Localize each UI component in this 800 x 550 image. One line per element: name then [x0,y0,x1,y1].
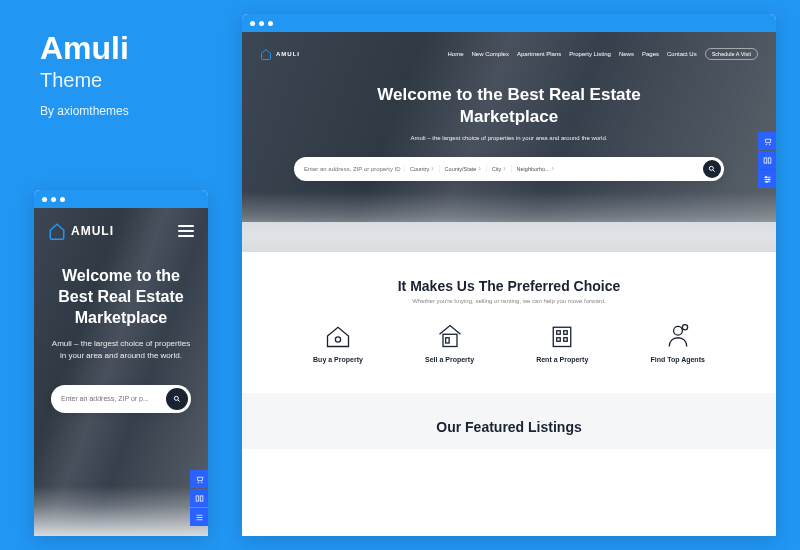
compare-icon [195,494,204,503]
section-title: Our Featured Listings [262,419,756,435]
side-tab-settings[interactable] [190,508,208,526]
search-button-mobile[interactable] [166,388,188,410]
house-logo-icon [48,222,66,240]
svg-point-3 [769,144,770,145]
side-action-tabs [758,132,776,188]
city-select[interactable]: City [486,165,511,172]
svg-point-0 [709,166,713,170]
svg-point-21 [682,325,687,330]
feature-label: Buy a Property [313,356,363,363]
compare-icon [763,156,772,165]
features-row: Buy a Property Sell a Property Rent a Pr… [262,322,756,383]
svg-point-22 [174,396,178,400]
nav-item-property-listing[interactable]: Property Listing [569,51,611,57]
svg-point-2 [766,144,767,145]
state-select[interactable]: County/State [439,165,486,172]
svg-rect-18 [557,338,561,342]
side-tab-compare[interactable] [190,489,208,507]
neighborhood-select[interactable]: Neighborho... [511,165,559,172]
chrome-dot [259,21,264,26]
property-search-bar-mobile [51,385,191,413]
nav-item-home[interactable]: Home [448,51,464,57]
svg-point-25 [201,482,202,483]
feature-rent[interactable]: Rent a Property [536,322,588,363]
brand-text: AMULI [276,51,300,57]
agent-icon [664,322,692,350]
nav-item-pages[interactable]: Pages [642,51,659,57]
search-icon [173,395,181,403]
svg-rect-17 [564,331,568,335]
sliders-icon [195,513,204,522]
side-tab-settings[interactable] [758,170,776,188]
apartment-icon [548,322,576,350]
nav-item-apartment-plans[interactable]: Apartment Plans [517,51,561,57]
promo-author: By axiomthemes [40,104,129,118]
chrome-dot [42,197,47,202]
window-chrome-bar [34,190,208,208]
promo-title-block: Amuli Theme By axiomthemes [40,30,129,118]
svg-point-10 [768,178,770,180]
chrome-dot [250,21,255,26]
hero-section: AMULI Home New Complex Apartment Plans P… [242,32,776,222]
sliders-icon [763,175,772,184]
house-key-icon [324,322,352,350]
hero-title-mobile: Welcome to the Best Real Estate Marketpl… [46,266,196,328]
chrome-dot [60,197,65,202]
svg-rect-26 [196,495,199,500]
svg-rect-14 [445,338,449,343]
svg-point-11 [766,181,768,183]
search-button[interactable] [703,160,721,178]
preferred-choice-section: It Makes Us The Preferred Choice Whether… [242,252,776,393]
nav-item-new-complex[interactable]: New Complex [472,51,509,57]
svg-rect-27 [200,495,203,500]
svg-point-20 [673,326,682,335]
feature-agents[interactable]: Find Top Agents [650,322,704,363]
svg-rect-19 [564,338,568,342]
feature-sell[interactable]: Sell a Property [425,322,474,363]
svg-rect-4 [764,157,767,162]
hero-section-mobile: AMULI Welcome to the Best Real Estate Ma… [34,208,208,536]
search-input-mobile[interactable] [61,395,161,402]
chrome-dot [268,21,273,26]
hero-subtitle-mobile: Amuli – the largest choice of properties… [51,338,191,360]
section-lead: Whether you're buying, selling or rentin… [262,298,756,304]
search-icon [708,165,716,173]
svg-rect-15 [553,327,571,346]
property-search-bar: Country County/State City Neighborho... [294,157,724,181]
hero-title: Welcome to the Best Real Estate Marketpl… [329,84,689,128]
mobile-preview-window: AMULI Welcome to the Best Real Estate Ma… [34,190,208,536]
brand-logo[interactable]: AMULI [260,48,300,60]
promo-subtitle: Theme [40,69,129,92]
side-tab-cart[interactable] [758,132,776,150]
cart-icon [763,137,772,146]
section-title: It Makes Us The Preferred Choice [262,278,756,294]
svg-point-12 [335,337,340,342]
search-input[interactable] [304,166,404,172]
country-select[interactable]: Country [404,165,439,172]
nav-item-contact[interactable]: Contact Us [667,51,697,57]
window-chrome-bar [242,14,776,32]
desktop-preview-window: AMULI Home New Complex Apartment Plans P… [242,14,776,536]
nav-items: Home New Complex Apartment Plans Propert… [448,48,758,60]
promo-title: Amuli [40,30,129,67]
navbar: AMULI Home New Complex Apartment Plans P… [242,42,776,70]
svg-point-9 [765,176,767,178]
cart-icon [195,475,204,484]
brand-text: AMULI [71,224,114,238]
featured-listings-section: Our Featured Listings [242,393,776,449]
side-tab-cart[interactable] [190,470,208,488]
svg-rect-16 [557,331,561,335]
svg-line-23 [178,400,180,402]
brand-logo-mobile: AMULI [34,208,208,248]
side-tab-compare[interactable] [758,151,776,169]
nav-item-news[interactable]: News [619,51,634,57]
feature-label: Find Top Agents [650,356,704,363]
feature-buy[interactable]: Buy a Property [313,322,363,363]
hero-subtitle: Amuli – the largest choice of properties… [411,134,608,142]
schedule-visit-button[interactable]: Schedule A Visit [705,48,758,60]
for-sale-icon [436,322,464,350]
hamburger-menu-button[interactable] [178,225,194,237]
feature-label: Rent a Property [536,356,588,363]
house-logo-icon [260,48,272,60]
svg-line-1 [713,170,715,172]
